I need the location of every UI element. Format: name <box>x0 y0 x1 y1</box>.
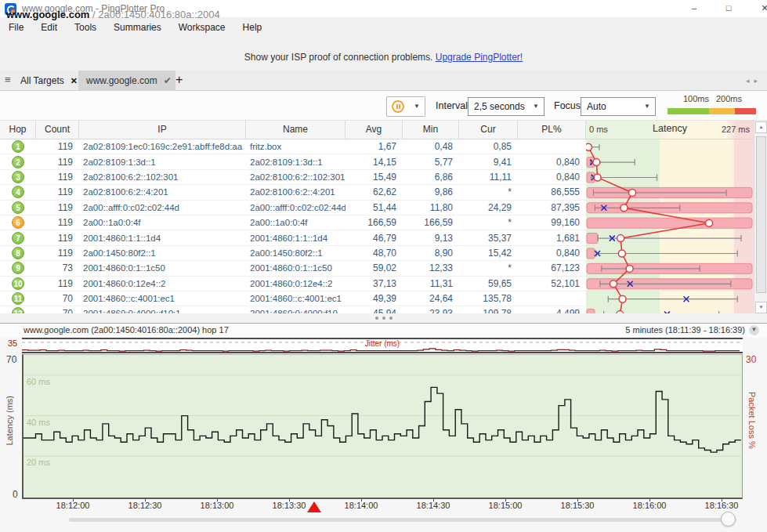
min-cell: 11,31 <box>403 278 459 289</box>
column-ip[interactable]: IP <box>79 121 246 139</box>
interval-select[interactable]: 2,5 seconds ▼ <box>468 97 544 116</box>
menu-help[interactable]: Help <box>234 17 271 38</box>
jitter-axis-max: 35 <box>8 338 17 348</box>
tab-menu-icon[interactable]: ≡ <box>5 74 11 85</box>
cur-cell: * <box>459 217 518 228</box>
tab-check-icon: ✔ <box>164 75 172 86</box>
tab-all-targets[interactable]: All Targets ✕ <box>13 71 85 91</box>
scroll-down-icon[interactable]: ▼ <box>755 302 767 313</box>
upgrade-link[interactable]: Upgrade PingPlotter! <box>436 52 523 63</box>
hop-badge: 4 <box>12 186 24 198</box>
column-hop[interactable]: Hop <box>0 121 36 139</box>
hop-badge: 3 <box>12 171 24 183</box>
table-row[interactable]: 21192a02:8109:1:3d::12a02:8109:1:3d::114… <box>0 154 586 169</box>
timeline-scrollbar-track[interactable] <box>69 518 736 522</box>
column-cur[interactable]: Cur <box>459 121 518 139</box>
maximize-button[interactable]: □ <box>718 0 740 17</box>
scroll-up-icon[interactable]: ▲ <box>755 121 767 133</box>
column-latency[interactable]: 0 ms Latency 227 ms <box>586 121 754 139</box>
min-cell: 0,48 <box>403 141 459 152</box>
scrollbar-thumb[interactable] <box>756 136 766 293</box>
gridline-label: 20 ms <box>27 458 50 467</box>
tab-close-icon[interactable]: ✕ <box>71 76 78 86</box>
tab-scroll-arrows[interactable]: ◂▸ <box>746 77 762 85</box>
time-marker[interactable] <box>307 501 321 512</box>
chevron-down-icon: ▼ <box>644 98 650 115</box>
name-cell: 2001:4860:0:12e4::2 <box>246 279 346 288</box>
avg-cell: 166,59 <box>346 217 403 228</box>
hop-cell: 11 <box>0 292 36 305</box>
pane-splitter[interactable] <box>0 313 767 323</box>
ip-cell: 2001:4860:0:12e4::2 <box>79 279 246 288</box>
time-range-chevron-icon[interactable]: ▼ <box>749 325 759 335</box>
cur-cell: 11,11 <box>459 172 518 183</box>
name-cell: 2001:4860:0:1::1c50 <box>246 263 346 273</box>
column-min[interactable]: Min <box>403 121 459 139</box>
min-cell: 24,64 <box>403 293 459 304</box>
x-tick-label: 18:13:00 <box>201 501 234 510</box>
interval-label: Interval <box>436 100 468 111</box>
pause-button[interactable] <box>386 96 410 117</box>
latency-axis-max: 70 <box>6 354 16 365</box>
avg-cell: 49,39 <box>346 293 403 304</box>
table-row[interactable]: 71192001:4860:1:1::1d42001:4860:1:1::1d4… <box>0 230 586 245</box>
table-row[interactable]: 61192a00::1a0:0:4f2a00::1a0:0:4f166,5916… <box>0 215 586 230</box>
table-row[interactable]: 11192a02:8109:1ec0:169c:2e91:abff:fe8d:a… <box>0 139 586 154</box>
pl-cell: 67,123 <box>518 262 586 273</box>
name-cell: 2a02:8109:1:3d::1 <box>246 157 346 167</box>
focus-label: Focus <box>554 100 581 111</box>
timeline-plot[interactable] <box>22 354 743 499</box>
table-row[interactable]: 11702001:4860::c:4001:ec12001:4860::c:40… <box>0 291 586 306</box>
min-cell: 9,13 <box>403 233 459 244</box>
avg-cell: 37,13 <box>346 278 403 289</box>
name-cell: 2001:4860::c:4001:ec1 <box>246 294 346 303</box>
min-cell: 12,33 <box>403 262 459 273</box>
avg-cell: 1,67 <box>346 141 403 152</box>
x-tick-label: 18:13:30 <box>273 501 306 510</box>
cur-cell: 35,37 <box>459 233 518 244</box>
min-cell: 8,90 <box>403 248 459 259</box>
table-scrollbar[interactable]: ▲ ▼ <box>754 121 767 315</box>
time-range-selector[interactable]: 5 minutes (18:11:39 - 18:16:39) <box>625 325 745 335</box>
table-row[interactable]: 12702001:4860:0:4000::f10:12001:4860:0:4… <box>0 306 586 313</box>
x-tick-label: 18:16:30 <box>705 501 739 510</box>
hop-badge: 5 <box>12 201 24 214</box>
table-row[interactable]: 31192a02:8100:6:2::102:3012a02:8100:6:2:… <box>0 170 586 185</box>
hop-badge: 6 <box>12 216 24 229</box>
hop-cell: 12 <box>0 307 36 313</box>
table-row[interactable]: 81192a00:1450:80f2::12a00:1450:80f2::148… <box>0 246 586 261</box>
focus-select[interactable]: Auto ▼ <box>581 97 656 116</box>
cur-cell: 9,41 <box>459 157 518 168</box>
ip-cell: 2a02:8109:1ec0:169c:2e91:abff:fe8d:aa <box>79 142 246 151</box>
column-avg[interactable]: Avg <box>346 121 403 139</box>
column-name[interactable]: Name <box>246 121 346 139</box>
table-row[interactable]: 41192a02:8100:6:2::4:2012a02:8100:6:2::4… <box>0 185 586 200</box>
ip-cell: 2001:4860:1:1::1d4 <box>79 233 246 243</box>
count-cell: 119 <box>36 217 79 228</box>
table-row[interactable]: 101192001:4860:0:12e4::22001:4860:0:12e4… <box>0 277 586 291</box>
count-cell: 119 <box>36 186 79 197</box>
pl-cell: 52,101 <box>518 278 586 289</box>
count-cell: 119 <box>36 248 79 259</box>
tab-www-google-com[interactable]: www.google.com ✔ <box>78 71 175 91</box>
name-cell: 2a00::afff:0:c02:c02:44d <box>246 203 346 212</box>
hop-cell: 9 <box>0 262 36 274</box>
table-row[interactable]: 9732001:4860:0:1::1c502001:4860:0:1::1c5… <box>0 261 586 276</box>
table-row[interactable]: 51192a00::afff:0:c02:c02:44d2a00::afff:0… <box>0 201 586 215</box>
pause-dropdown-button[interactable]: ▼ <box>409 96 425 117</box>
column-pl[interactable]: PL% <box>518 121 586 139</box>
column-count[interactable]: Count <box>36 121 79 139</box>
latency-axis-min: 0 <box>13 489 18 500</box>
x-tick-label: 18:14:30 <box>417 501 450 510</box>
latency-axis-label: Latency (ms) <box>5 396 14 446</box>
cur-cell: 135,78 <box>459 293 518 304</box>
hop-cell: 8 <box>0 247 36 259</box>
minimize-button[interactable]: – <box>683 0 705 17</box>
legend-green-segment <box>668 108 709 114</box>
target-host: www.google.com <box>6 9 89 20</box>
timeline-scrollbar-thumb[interactable] <box>721 512 736 527</box>
min-cell: 9,86 <box>403 186 459 197</box>
avg-cell: 59,02 <box>346 262 403 273</box>
new-tab-button[interactable]: + <box>175 73 183 87</box>
close-button[interactable]: ✕ <box>754 0 767 17</box>
